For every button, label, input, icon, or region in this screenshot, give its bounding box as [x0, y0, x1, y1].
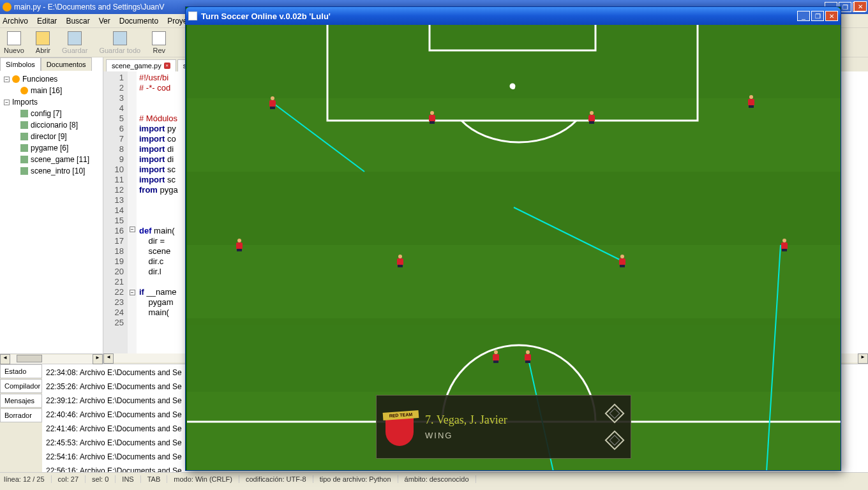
toolbar-guardar: Guardar	[62, 31, 87, 54]
outer-close-button[interactable]: ✕	[854, 1, 867, 11]
tree-item[interactable]: director [9]	[3, 131, 100, 142]
svg-line-9	[767, 245, 781, 470]
player-sprite[interactable]	[618, 255, 626, 267]
tree-label: director [9]	[31, 132, 67, 141]
maximize-button[interactable]: ❐	[811, 11, 824, 21]
tree-label: config [7]	[31, 109, 62, 118]
tree-imports[interactable]: − Imports	[3, 96, 100, 108]
team-shield: RED TEAM	[385, 409, 416, 445]
tab-documents[interactable]: Documentos	[41, 57, 92, 71]
editor-tab[interactable]: scene_game.py×	[106, 59, 176, 71]
tree-item[interactable]: pygame [6]	[3, 142, 100, 154]
toolbar-label: Guardar todo	[99, 47, 140, 54]
player-sprite[interactable]	[396, 255, 404, 267]
player-sprite[interactable]	[492, 350, 500, 363]
bottom-tabs: EstadoCompiladorMensajesBorrador	[0, 364, 42, 472]
fold-column: −−	[128, 71, 137, 353]
tree-label: diccionario [8]	[31, 121, 78, 130]
tree-item[interactable]: scene_intro [10]	[3, 165, 100, 177]
ball[interactable]	[511, 85, 515, 89]
tree-label: Imports	[12, 98, 38, 107]
game-title: Turn Soccer Online v.0.02b 'Lulu'	[201, 11, 797, 21]
new-icon	[152, 31, 166, 45]
toolbar-rev[interactable]: Rev	[152, 31, 166, 54]
player-body	[269, 100, 276, 107]
player-body	[781, 242, 788, 249]
menu-documento[interactable]: Documento	[119, 17, 158, 26]
player-legs	[493, 360, 498, 363]
import-icon	[20, 133, 28, 140]
player-sprite[interactable]	[524, 350, 532, 363]
game-titlebar[interactable]: Turn Soccer Online v.0.02b 'Lulu' _ ❐ ✕	[186, 7, 841, 25]
player-sprite[interactable]	[588, 111, 595, 124]
scroll-left-icon[interactable]: ◄	[0, 354, 10, 364]
player-body	[588, 115, 595, 121]
bottom-tab-mensajes[interactable]: Mensajes	[0, 394, 42, 408]
player-legs	[749, 105, 754, 108]
player-sprite[interactable]	[269, 96, 276, 109]
action-icon-2[interactable]	[604, 430, 624, 450]
player-sprite[interactable]	[236, 239, 243, 251]
player-sprite[interactable]	[781, 239, 788, 251]
tab-close-icon[interactable]: ×	[164, 63, 170, 69]
player-sprite[interactable]	[747, 95, 755, 108]
menu-archivo[interactable]: Archivo	[3, 17, 28, 26]
toolbar-nuevo[interactable]: Nuevo	[4, 31, 24, 54]
scroll-thumb[interactable]	[17, 355, 42, 362]
import-icon	[20, 156, 28, 163]
player-legs	[237, 249, 242, 251]
scroll-right-icon[interactable]: ►	[858, 353, 868, 364]
svg-line-6	[273, 103, 364, 172]
tab-symbols[interactable]: Símbolos	[0, 57, 41, 71]
tree-item[interactable]: diccionario [8]	[3, 119, 100, 131]
import-icon	[20, 110, 28, 117]
toolbar-abrir[interactable]: Abrir	[36, 31, 50, 54]
menu-ver[interactable]: Ver	[99, 17, 110, 26]
player-body	[748, 99, 754, 105]
player-legs	[620, 265, 625, 267]
folder-icon	[36, 31, 50, 45]
fold-icon[interactable]: −	[130, 290, 135, 295]
tree-item[interactable]: scene_game [11]	[3, 154, 100, 165]
tab-label: scene_game.py	[112, 62, 161, 70]
bottom-tab-estado[interactable]: Estado	[0, 364, 42, 378]
save-icon	[68, 31, 82, 45]
crest-icon	[385, 418, 414, 446]
toolbar-guardar-todo: Guardar todo	[99, 31, 140, 54]
tree-main[interactable]: main [16]	[3, 85, 100, 96]
scroll-right-icon[interactable]: ►	[93, 354, 103, 364]
status-pos: línea: 12 / 25	[4, 475, 52, 483]
player-legs	[525, 360, 530, 363]
menu-buscar[interactable]: Buscar	[66, 17, 89, 26]
status-col: col: 27	[58, 475, 86, 483]
tree-label: Funciones	[22, 75, 57, 84]
action-icon-1[interactable]	[604, 403, 624, 423]
player-sprite[interactable]	[428, 111, 436, 124]
toolbar-label: Nuevo	[4, 47, 24, 54]
toolbar-label: Abrir	[36, 47, 50, 54]
tree-label: main [16]	[31, 86, 62, 95]
bottom-tab-compilador[interactable]: Compilador	[0, 379, 42, 393]
tree-item[interactable]: config [7]	[3, 108, 100, 119]
player-body	[525, 354, 531, 360]
minimize-button[interactable]: _	[797, 11, 810, 21]
svg-line-7	[514, 207, 620, 260]
tree-funciones[interactable]: − Funciones	[3, 73, 100, 85]
tree-label: scene_intro [10]	[31, 167, 85, 175]
status-mode: modo: Win (CRLF)	[174, 475, 239, 483]
collapse-icon[interactable]: −	[4, 100, 10, 105]
soccer-field[interactable]: RED TEAM 7. Vegas, J. Javier WING	[187, 25, 841, 470]
scroll-left-icon[interactable]: ◄	[103, 353, 114, 364]
scrollbar[interactable]: ◄ ►	[0, 353, 103, 364]
fold-icon[interactable]: −	[130, 226, 135, 232]
status-tab: TAB	[147, 475, 168, 483]
player-legs	[782, 249, 787, 251]
menu-editar[interactable]: Editar	[37, 17, 57, 26]
collapse-icon[interactable]: −	[4, 77, 10, 82]
symbol-tree[interactable]: − Funciones main [16] − Imports config […	[0, 71, 103, 353]
bottom-tab-borrador[interactable]: Borrador	[0, 408, 42, 422]
player-info-card[interactable]: RED TEAM 7. Vegas, J. Javier WING	[376, 395, 631, 459]
game-window: Turn Soccer Online v.0.02b 'Lulu' _ ❐ ✕	[185, 6, 841, 471]
import-icon	[20, 144, 28, 152]
close-button[interactable]: ✕	[825, 11, 838, 21]
